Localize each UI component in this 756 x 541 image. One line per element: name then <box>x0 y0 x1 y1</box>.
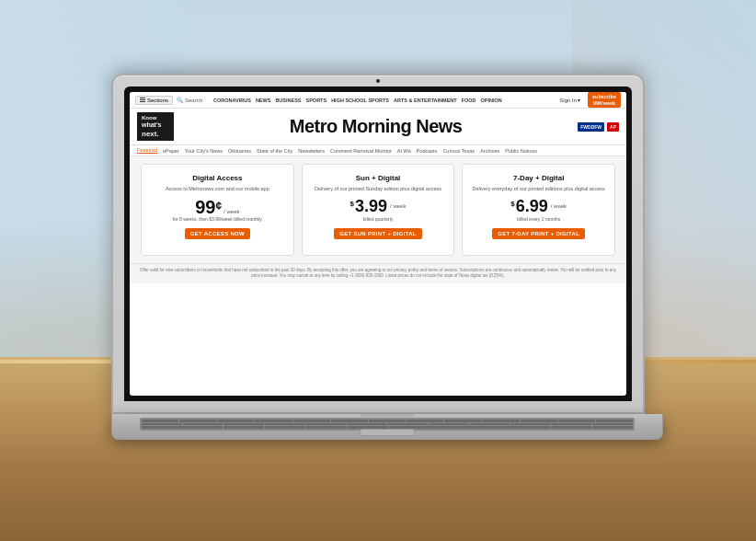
sec-nav-archives[interactable]: Archives <box>480 148 499 154</box>
plan3-cta[interactable]: GET 7-DAY PRINT + DIGITAL <box>492 228 585 239</box>
plan1-price-period: / week <box>223 209 239 214</box>
chevron-down-icon: ▾ <box>578 97 580 103</box>
nav-news[interactable]: NEWS <box>256 98 271 103</box>
nav-sports[interactable]: SPORTS <box>306 98 327 103</box>
key-row-2 <box>142 423 633 426</box>
plan2-price-main: 3.99 <box>355 198 387 214</box>
plan-digital-access: Digital Access Access to Metronews.com a… <box>141 164 294 256</box>
plan2-title: Sun + Digital <box>310 174 447 182</box>
sec-nav-epaper[interactable]: ePaper <box>163 148 179 154</box>
sections-label: Sections <box>147 98 168 103</box>
plan3-price-main: 6.99 <box>516 198 548 214</box>
sec-nav-featured[interactable]: Featured <box>137 147 157 154</box>
key <box>387 423 428 426</box>
key <box>142 423 182 426</box>
nav-links: CORONAVIRUS NEWS BUSINESS SPORTS HIGH SC… <box>213 98 556 103</box>
plan2-dollar: $ <box>350 200 354 208</box>
nav-opinion[interactable]: OPINION <box>481 98 502 103</box>
sec-nav-newsletters[interactable]: Newsletters <box>298 148 325 154</box>
nav-arts[interactable]: ARTS & ENTERTAINMENT <box>394 98 457 103</box>
key <box>407 420 443 422</box>
screen-content: Sections 🔍 Search CORONAVIRUS NEWS BUSIN… <box>130 92 626 396</box>
nav-coronavirus[interactable]: CORONAVIRUS <box>213 98 251 103</box>
logo-whats: what's <box>142 121 169 129</box>
secondary-navigation: Featured ePaper Your City's News Obituar… <box>130 145 626 156</box>
key <box>255 420 292 422</box>
key <box>347 423 387 426</box>
disclaimer-text: Offer valid for new subscribers or house… <box>130 263 626 283</box>
key <box>558 420 595 422</box>
sec-nav-stateofthecity[interactable]: State of the City <box>257 148 292 154</box>
sections-button[interactable]: Sections <box>135 96 173 105</box>
sec-nav-curious[interactable]: Curious Texas <box>442 148 475 154</box>
key <box>521 420 557 422</box>
sec-nav-podcasts[interactable]: Podcasts <box>417 148 438 154</box>
plan1-price: 99 ¢ / week <box>149 198 286 216</box>
plan1-cta[interactable]: GET ACCESS NOW <box>185 228 250 239</box>
plan3-price: $ 6.99 / week <box>470 198 607 214</box>
logo-know: Know <box>142 115 169 121</box>
key <box>306 426 347 429</box>
page-title: Metro Morning News <box>181 116 570 137</box>
nav-highschool[interactable]: HIGH SCHOOL SPORTS <box>331 98 389 103</box>
logo-bar: Know what's next. Metro Morning News FWD… <box>130 109 626 145</box>
key <box>331 420 368 422</box>
signin-label: Sign In <box>559 98 577 103</box>
logo-next: next. <box>142 130 169 139</box>
pricing-grid: Digital Access Access to Metronews.com a… <box>141 164 615 256</box>
plan2-period: / week <box>390 203 406 209</box>
plan2-desc: Delivery of our printed Sunday edition p… <box>310 186 447 192</box>
sec-nav-obituaries[interactable]: Obituaries <box>228 148 251 154</box>
subscribe-button-top[interactable]: subscribe 99¢/week <box>588 92 621 108</box>
plan1-note: for 8 weeks, then $3.99/week billed mont… <box>149 216 286 223</box>
subscribe-line1: subscribe <box>592 94 616 100</box>
site-logo[interactable]: Know what's next. <box>137 112 174 141</box>
key <box>444 420 481 422</box>
plan2-note: billed quarterly <box>310 216 447 223</box>
sec-nav-atwe[interactable]: At We <box>397 148 411 154</box>
nav-business[interactable]: BUSINESS <box>275 98 301 103</box>
key <box>305 423 346 426</box>
key <box>596 420 633 422</box>
key <box>369 420 406 422</box>
fwddfw-logo: FWDDFW <box>578 122 604 132</box>
plan3-title: 7-Day + Digital <box>470 174 607 182</box>
key <box>592 426 633 429</box>
laptop-lid: Sections 🔍 Search CORONAVIRUS NEWS BUSIN… <box>111 74 645 414</box>
key <box>142 420 178 422</box>
key-row-1 <box>142 420 633 422</box>
touchpad <box>360 429 415 436</box>
plan3-period: / week <box>551 203 567 209</box>
key <box>592 423 633 426</box>
hamburger-icon <box>140 98 145 102</box>
key <box>223 423 264 426</box>
screen-bezel: Sections 🔍 Search CORONAVIRUS NEWS BUSIN… <box>124 86 632 401</box>
key <box>183 423 223 426</box>
plan1-price-cents: ¢ <box>215 200 222 213</box>
key <box>217 420 254 422</box>
plan-7day-digital: 7-Day + Digital Delivery everyday of our… <box>462 164 615 256</box>
key <box>223 426 264 429</box>
laptop: Sections 🔍 Search CORONAVIRUS NEWS BUSIN… <box>111 74 645 440</box>
nav-food[interactable]: FOOD <box>462 98 476 103</box>
key <box>265 426 305 429</box>
sec-nav-comment[interactable]: Comment Removal Monitor <box>330 148 392 154</box>
sec-nav-yourcity[interactable]: Your City's News <box>185 148 223 154</box>
plan2-price: $ 3.99 / week <box>310 198 447 214</box>
sign-in-area[interactable]: Sign In ▾ <box>559 97 580 103</box>
search-label: Search <box>185 98 202 103</box>
base-notch <box>360 414 415 417</box>
key <box>179 420 216 422</box>
plan2-cta[interactable]: GET SUN PRINT + DIGITAL <box>334 228 422 239</box>
webcam <box>376 79 380 83</box>
plan-sun-digital: Sun + Digital Delivery of our printed Su… <box>302 164 455 256</box>
sec-nav-public[interactable]: Public Notices <box>505 148 537 154</box>
subscribe-price: 99¢/week <box>592 100 616 107</box>
key <box>510 423 551 426</box>
search-area[interactable]: 🔍 Search <box>177 97 202 103</box>
key <box>293 420 330 422</box>
pricing-section: Digital Access Access to Metronews.com a… <box>130 156 626 263</box>
key <box>429 423 469 426</box>
key <box>265 423 305 426</box>
partner-logos: FWDDFW AP <box>578 122 619 132</box>
